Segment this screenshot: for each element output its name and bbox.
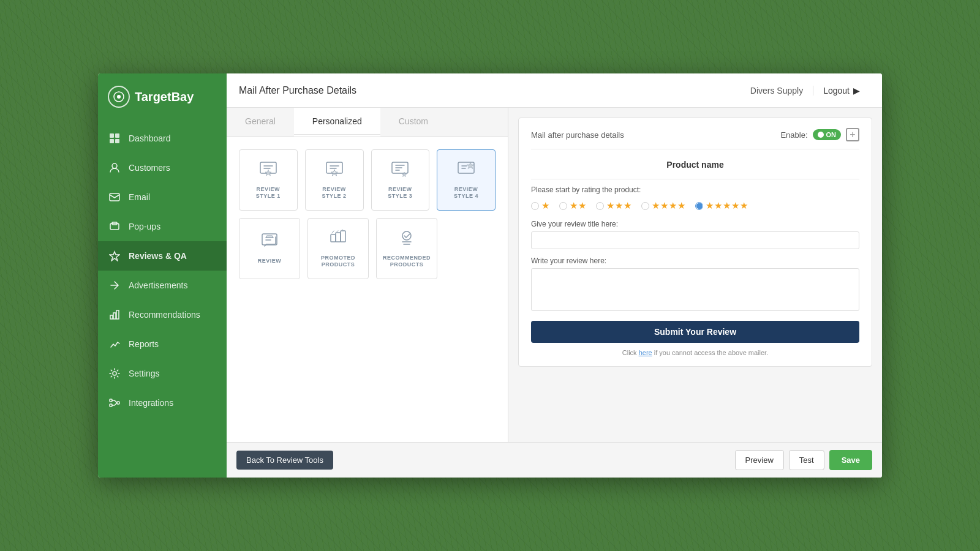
logout-button[interactable]: Logout ▶: [813, 82, 870, 99]
svg-rect-5: [115, 139, 119, 143]
product-name-text: Product name: [666, 160, 723, 170]
svg-rect-4: [110, 139, 114, 143]
advertisements-icon: [108, 279, 121, 292]
rating-option-5[interactable]: ★ ★ ★ ★ ★: [695, 200, 748, 211]
template-card-style4[interactable]: REVIEWSTYLE 4: [437, 149, 496, 211]
template-card-style2-label: REVIEWSTYLE 2: [322, 186, 347, 200]
review-title-input[interactable]: [531, 231, 859, 249]
radio-5-selected[interactable]: [695, 202, 703, 210]
sidebar-item-settings[interactable]: Settings: [98, 359, 227, 388]
svg-marker-10: [110, 252, 119, 261]
store-name: Divers Supply: [750, 86, 813, 96]
tab-custom[interactable]: Custom: [380, 108, 447, 137]
radio-3[interactable]: [596, 202, 604, 210]
app-window: TargetBay Dashboard: [98, 73, 882, 478]
svg-point-14: [113, 372, 116, 375]
click-here-text: Click here if you cannot access the abov…: [531, 349, 859, 356]
save-button[interactable]: Save: [829, 450, 872, 470]
svg-point-6: [112, 163, 117, 168]
svg-marker-21: [331, 170, 337, 176]
header-actions: Divers Supply Logout ▶: [750, 82, 870, 99]
svg-rect-28: [331, 234, 336, 242]
sidebar-item-reviews[interactable]: Reviews & QA: [98, 241, 227, 271]
preview-button[interactable]: Preview: [735, 450, 784, 470]
sidebar-logo: TargetBay: [98, 73, 227, 119]
svg-marker-23: [402, 172, 407, 177]
review-icon: [260, 233, 279, 254]
test-button[interactable]: Test: [789, 450, 824, 470]
sidebar-nav: Dashboard Customers Emai: [98, 119, 227, 478]
radio-2[interactable]: [559, 202, 567, 210]
sidebar-item-email[interactable]: Email: [98, 182, 227, 212]
template-grid: REVIEWSTYLE 1 REVIEWSTYLE 2: [227, 137, 508, 442]
sidebar-label-reviews: Reviews & QA: [129, 251, 187, 261]
rating-option-2[interactable]: ★ ★: [559, 200, 586, 211]
sidebar-label-recommendations: Recommendations: [129, 310, 200, 320]
add-button[interactable]: +: [846, 128, 859, 141]
sidebar-item-recommendations[interactable]: Recommendations: [98, 300, 227, 329]
reports-icon: [108, 337, 121, 351]
svg-marker-19: [265, 170, 271, 176]
back-to-review-tools-button[interactable]: Back To Review Tools: [236, 451, 333, 470]
sidebar-item-customers[interactable]: Customers: [98, 153, 227, 182]
review-body-label: Write your review here:: [531, 257, 859, 265]
sidebar-label-integrations: Integrations: [129, 398, 173, 408]
customers-icon: [108, 161, 121, 174]
sidebar-item-integrations[interactable]: Integrations: [98, 388, 227, 418]
stars-1: ★: [541, 200, 549, 211]
settings-icon: [108, 367, 121, 380]
submit-review-button[interactable]: Submit Your Review: [531, 321, 859, 343]
click-here-prefix: Click: [622, 349, 639, 356]
sidebar-label-settings: Settings: [129, 369, 160, 378]
rating-section: Please start by rating the product: ★: [531, 186, 859, 211]
logout-icon: ▶: [853, 86, 860, 96]
preview-header-right: Enable: ON +: [780, 128, 859, 141]
template-card-style1-label: REVIEWSTYLE 1: [256, 186, 281, 200]
sidebar-item-reports[interactable]: Reports: [98, 329, 227, 359]
dashboard-icon: [108, 132, 121, 145]
email-icon: [108, 190, 121, 204]
click-here-link[interactable]: here: [639, 349, 652, 356]
sidebar-item-advertisements[interactable]: Advertisements: [98, 271, 227, 300]
promoted-products-icon: [329, 230, 347, 251]
rating-row: ★ ★ ★: [531, 200, 859, 211]
template-card-recommended[interactable]: RECOMMENDEDPRODUCTS: [376, 218, 437, 279]
svg-rect-27: [266, 236, 273, 238]
tabs: General Personalized Custom: [227, 108, 508, 137]
review-style3-icon: [391, 161, 409, 182]
template-card-review-label: REVIEW: [258, 258, 282, 264]
tab-general[interactable]: General: [227, 108, 294, 137]
template-card-review[interactable]: REVIEW: [239, 218, 300, 279]
radio-4[interactable]: [641, 202, 649, 210]
star: ★: [660, 200, 668, 211]
tab-personalized[interactable]: Personalized: [294, 108, 380, 137]
review-body-textarea[interactable]: [531, 268, 859, 311]
star: ★: [615, 200, 623, 211]
page-header: Mail After Purchase Details Divers Suppl…: [227, 73, 882, 108]
radio-1[interactable]: [531, 202, 539, 210]
star: ★: [652, 200, 660, 211]
svg-marker-25: [467, 162, 474, 169]
template-card-style3[interactable]: REVIEWSTYLE 3: [371, 149, 430, 211]
toggle-switch[interactable]: ON: [813, 129, 842, 140]
svg-point-31: [402, 231, 411, 240]
star: ★: [723, 200, 731, 211]
star: ★: [677, 200, 685, 211]
rating-option-3[interactable]: ★ ★ ★: [596, 200, 631, 211]
template-card-style1[interactable]: REVIEWSTYLE 1: [239, 149, 298, 211]
integrations-icon: [108, 396, 121, 410]
template-card-promoted[interactable]: PROMOTEDPRODUCTS: [307, 218, 369, 279]
footer-bar: Back To Review Tools Preview Test Save: [227, 442, 882, 478]
sidebar-item-dashboard[interactable]: Dashboard: [98, 124, 227, 153]
template-card-recommended-label: RECOMMENDEDPRODUCTS: [383, 255, 431, 268]
template-card-style2[interactable]: REVIEWSTYLE 2: [305, 149, 364, 211]
svg-rect-7: [110, 193, 119, 201]
sidebar-item-popups[interactable]: Pop-ups: [98, 212, 227, 241]
svg-rect-3: [115, 133, 119, 138]
star: ★: [541, 200, 549, 211]
sidebar-label-dashboard: Dashboard: [129, 133, 171, 143]
template-card-promoted-label: PROMOTEDPRODUCTS: [321, 255, 355, 268]
rating-label: Please start by rating the product:: [531, 186, 859, 194]
rating-option-1[interactable]: ★: [531, 200, 549, 211]
rating-option-4[interactable]: ★ ★ ★ ★: [641, 200, 685, 211]
